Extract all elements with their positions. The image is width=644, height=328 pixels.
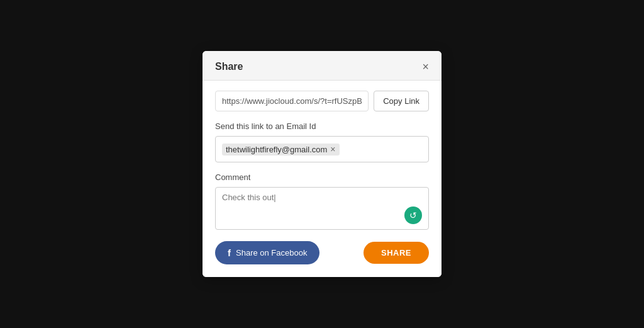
email-tag: thetwilightfirefly@gmail.com × [222, 144, 340, 156]
comment-send-button[interactable]: ↺ [404, 206, 422, 224]
comment-input[interactable] [222, 193, 404, 224]
comment-container: ↺ [215, 187, 429, 230]
link-input[interactable] [215, 91, 369, 111]
share-button[interactable]: SHARE [364, 242, 429, 264]
share-modal: Share × Copy Link Send this link to an E… [203, 51, 441, 277]
facebook-share-button[interactable]: f Share on Facebook [215, 241, 319, 264]
facebook-button-label: Share on Facebook [236, 248, 307, 257]
link-row: Copy Link [215, 91, 429, 111]
modal-header: Share × [203, 51, 441, 81]
email-tag-text: thetwilightfirefly@gmail.com [226, 145, 327, 154]
modal-title: Share [215, 61, 243, 72]
modal-overlay: Share × Copy Link Send this link to an E… [0, 0, 644, 328]
email-section-label: Send this link to an Email Id [215, 122, 429, 131]
email-input-container[interactable]: thetwilightfirefly@gmail.com × [215, 136, 429, 162]
copy-link-button[interactable]: Copy Link [374, 91, 429, 111]
send-icon: ↺ [404, 206, 422, 224]
close-button[interactable]: × [422, 61, 429, 72]
facebook-icon: f [228, 247, 231, 258]
comment-label: Comment [215, 172, 429, 182]
footer-row: f Share on Facebook SHARE [215, 241, 429, 264]
email-tag-remove-button[interactable]: × [330, 145, 335, 154]
modal-body: Copy Link Send this link to an Email Id … [203, 81, 441, 277]
